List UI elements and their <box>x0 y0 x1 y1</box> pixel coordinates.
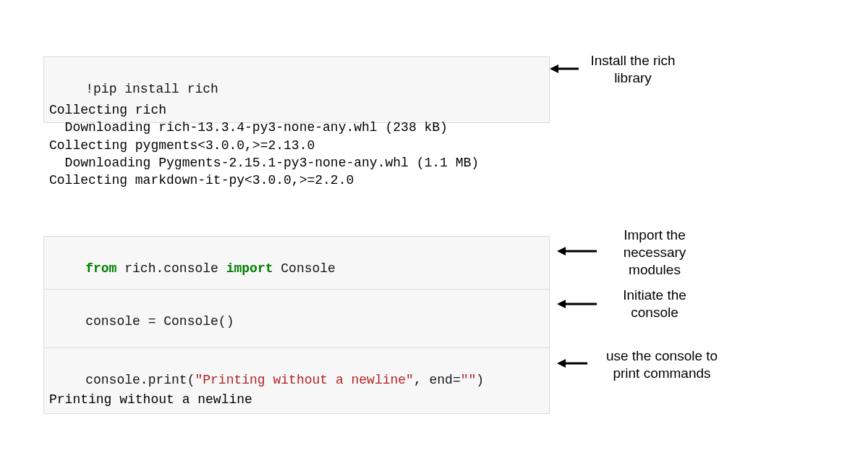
annotation-print: use the console to print commands <box>593 347 731 382</box>
annotation-init: Initiate the console <box>611 287 698 321</box>
annotation-install: Install the rich library <box>579 52 687 87</box>
arrow-left-icon <box>557 355 587 372</box>
print-mid: , end= <box>414 373 461 387</box>
pip-cmd: pip install rich <box>93 82 218 96</box>
output-print: Printing without a newline <box>49 391 252 408</box>
class-name: Console <box>273 261 335 276</box>
kw-from: from <box>85 261 116 276</box>
svg-marker-5 <box>557 300 566 308</box>
code-cell-init: console = Console() <box>43 289 550 355</box>
bang: ! <box>85 82 93 96</box>
print-head: console.print( <box>85 373 195 387</box>
arrow-left-icon <box>550 58 579 80</box>
svg-marker-7 <box>557 359 566 368</box>
init-line: console = Console() <box>85 314 234 329</box>
print-str1: "Printing without a newline" <box>195 373 413 387</box>
print-tail: ) <box>476 373 484 387</box>
output-install: Collecting rich Downloading rich-13.3.4-… <box>49 101 479 189</box>
tutorial-canvas: !pip install rich Install the rich libra… <box>0 0 868 456</box>
arrow-left-icon <box>557 242 597 260</box>
svg-marker-1 <box>550 64 558 73</box>
print-str2: "" <box>461 373 477 387</box>
arrow-left-icon <box>557 295 597 313</box>
kw-import: import <box>226 261 273 276</box>
mod-name: rich.console <box>116 261 226 276</box>
annotation-import: Import the necessary modules <box>611 227 698 278</box>
svg-marker-3 <box>557 247 566 256</box>
